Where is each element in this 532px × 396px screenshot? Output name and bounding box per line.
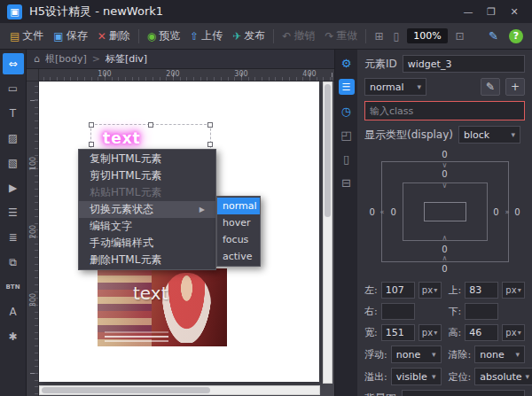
- move-tool-icon[interactable]: ⇔: [3, 53, 24, 74]
- float-select[interactable]: none: [391, 346, 442, 363]
- clear-select[interactable]: none: [474, 346, 525, 363]
- settings-gear-icon[interactable]: ⚙: [339, 55, 355, 71]
- resize-handle-w[interactable]: [89, 142, 94, 147]
- width-unit-select[interactable]: px: [419, 324, 442, 341]
- zoom-level[interactable]: 100%: [407, 28, 447, 43]
- top-unit-select[interactable]: px: [502, 282, 525, 299]
- home-icon[interactable]: ⌂: [34, 53, 40, 65]
- left-unit-select[interactable]: px: [419, 282, 442, 299]
- publish-icon: ✈: [232, 30, 241, 43]
- data-storage-icon[interactable]: ⊟: [339, 175, 355, 190]
- pencil-icon[interactable]: ✎: [489, 29, 498, 43]
- vertical-scrollbar[interactable]: [323, 82, 332, 384]
- menu-item-edit-style[interactable]: 手动编辑样式: [79, 235, 215, 252]
- link-tool-icon[interactable]: ⧉: [3, 252, 24, 273]
- menu-item-toggle-state[interactable]: 切换元素状态 ▶: [79, 201, 215, 218]
- overflow-select[interactable]: visible: [391, 368, 442, 385]
- resize-handle-ne[interactable]: [207, 122, 213, 128]
- padding-top-value[interactable]: 0: [442, 169, 447, 179]
- breadcrumb-current[interactable]: 标签[div]: [106, 52, 147, 66]
- device-icon[interactable]: ▯: [339, 151, 355, 167]
- photo-posters-decoration: [98, 268, 152, 346]
- margin-left-value[interactable]: 0: [370, 207, 375, 217]
- margin-top-value[interactable]: 0: [442, 150, 447, 159]
- file-button[interactable]: ▤ 文件: [5, 26, 48, 46]
- menu-item-label: 手动编辑样式: [90, 235, 153, 252]
- resize-handle-n[interactable]: [148, 122, 153, 128]
- menu-item-paste-html[interactable]: 粘贴HTML元素: [79, 184, 215, 201]
- upload-button[interactable]: ⇧ 上传: [185, 26, 227, 46]
- menu-item-edit-text[interactable]: 编辑文字: [79, 218, 215, 235]
- delete-button[interactable]: ✕ 删除: [93, 26, 135, 46]
- resize-handle-e[interactable]: [207, 142, 213, 147]
- menu-item-copy-html[interactable]: 复制HTML元素: [79, 151, 215, 167]
- horizontal-scrollbar[interactable]: [39, 385, 320, 395]
- marquee-tool-icon[interactable]: ▭: [3, 78, 24, 99]
- fit-screen-icon[interactable]: ⊡: [451, 27, 469, 45]
- left-field: 左: px: [364, 282, 442, 299]
- maximize-button[interactable]: ❐: [481, 6, 502, 18]
- width-input[interactable]: [381, 324, 415, 341]
- submenu-item-normal[interactable]: normal: [217, 198, 260, 214]
- design-page[interactable]: text text 复制HTML元素 剪切HTML: [39, 82, 319, 382]
- vertical-scrollbar-thumb[interactable]: [325, 84, 331, 217]
- help-icon[interactable]: ?: [509, 29, 523, 43]
- height-unit-select[interactable]: px: [502, 324, 525, 341]
- artboard-frame-icon[interactable]: ◰: [339, 127, 355, 143]
- padding-bottom-value[interactable]: 0: [442, 245, 447, 254]
- gallery-tool-icon[interactable]: ▧: [3, 152, 24, 174]
- menu-item-delete-html[interactable]: 删除HTML元素: [79, 252, 215, 268]
- preview-button-label: 预览: [159, 28, 180, 43]
- box-model-editor[interactable]: 0 ∨ 0 ∨ 0 « 0 0 » 0 0 ∧ 0 ∧: [365, 149, 525, 275]
- resize-handle-nw[interactable]: [89, 122, 94, 128]
- class-input[interactable]: [364, 101, 525, 120]
- horizontal-scrollbar-thumb[interactable]: [42, 387, 210, 393]
- text-tool-icon[interactable]: T: [3, 103, 24, 124]
- element-id-input[interactable]: [403, 55, 525, 73]
- preview-button[interactable]: ◉ 预览: [143, 26, 184, 46]
- state-select[interactable]: normal: [364, 78, 426, 96]
- add-class-button[interactable]: +: [505, 78, 525, 96]
- publish-button[interactable]: ✈ 发布: [228, 26, 270, 46]
- undo-button[interactable]: ↶ 撤销: [278, 26, 319, 46]
- components-panel-icon[interactable]: ☰: [339, 79, 355, 95]
- position-select[interactable]: absolute: [474, 368, 532, 385]
- close-button[interactable]: ✕: [504, 6, 525, 18]
- form-tool-icon[interactable]: ☰: [3, 202, 24, 223]
- menu-item-cut-html[interactable]: 剪切HTML元素: [79, 167, 215, 184]
- ruler-label: 100: [29, 154, 37, 174]
- main-area: ⇔ ▭ T ▨ ▧ ▶ ☰ ≣ ⧉ BTN A ✱ ⌂ 根[body] > 标签…: [0, 50, 532, 396]
- breadcrumb-root[interactable]: 根[body]: [45, 52, 87, 66]
- menu-item-label: 切换元素状态: [90, 201, 153, 218]
- delete-icon: ✕: [98, 30, 106, 43]
- submenu-item-hover[interactable]: hover: [217, 214, 260, 231]
- background-image-input[interactable]: [402, 390, 525, 396]
- shape-tool-icon[interactable]: ✱: [3, 326, 24, 347]
- device-preview-icon[interactable]: ▯: [389, 27, 404, 45]
- history-clock-icon[interactable]: ◷: [339, 103, 355, 119]
- font-tool-icon[interactable]: A: [3, 301, 24, 322]
- grid-view-icon[interactable]: ⊞: [370, 27, 387, 45]
- left-input[interactable]: [381, 282, 415, 299]
- top-input[interactable]: [465, 282, 498, 299]
- display-select[interactable]: block: [458, 126, 520, 144]
- save-button[interactable]: ▣ 保存: [49, 26, 91, 46]
- padding-left-value[interactable]: 0: [391, 207, 396, 217]
- video-tool-icon[interactable]: ▶: [3, 177, 24, 198]
- edit-style-button[interactable]: ✎: [481, 78, 500, 96]
- image-widget[interactable]: text: [98, 268, 227, 346]
- list-tool-icon[interactable]: ≣: [3, 227, 24, 248]
- image-tool-icon[interactable]: ▨: [3, 128, 24, 149]
- submenu-item-focus[interactable]: focus: [217, 231, 260, 248]
- margin-bottom-value[interactable]: 0: [442, 264, 447, 274]
- selected-text-widget[interactable]: text: [103, 129, 141, 147]
- minimize-button[interactable]: —: [458, 6, 479, 18]
- right-input[interactable]: [381, 303, 415, 320]
- submenu-item-active[interactable]: active: [217, 248, 260, 265]
- padding-right-value[interactable]: 0: [493, 207, 498, 217]
- redo-button[interactable]: ↷ 重做: [320, 26, 362, 46]
- bottom-input[interactable]: [465, 303, 498, 320]
- height-input[interactable]: [465, 324, 498, 341]
- button-tool-icon[interactable]: BTN: [3, 276, 24, 298]
- margin-right-value[interactable]: 0: [514, 207, 520, 217]
